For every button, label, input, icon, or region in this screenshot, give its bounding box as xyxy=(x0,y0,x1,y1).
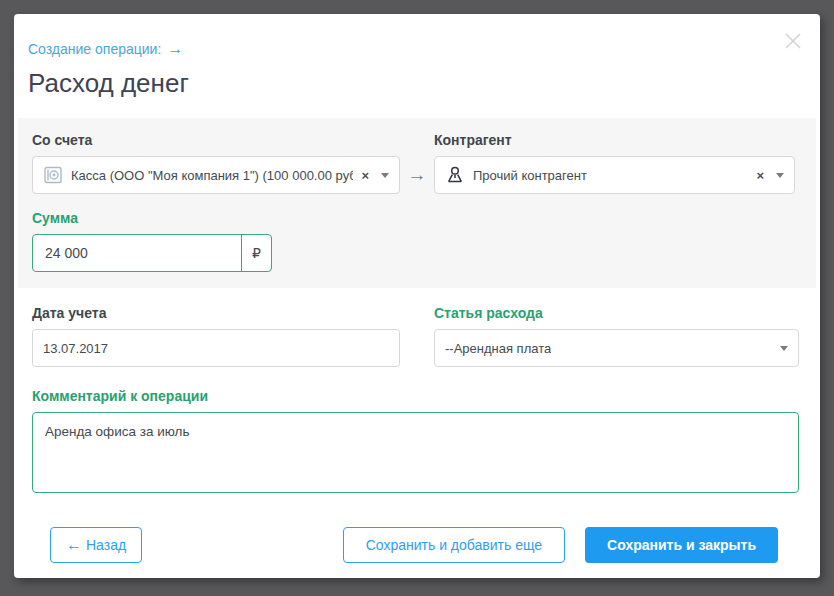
date-label: Дата учета xyxy=(32,305,400,321)
expense-category-select[interactable]: --Арендная плата xyxy=(434,329,799,367)
arrow-left-icon: ← xyxy=(66,536,82,554)
save-and-close-label: Сохранить и закрыть xyxy=(607,537,756,553)
comment-textarea[interactable]: Аренда офиса за июль xyxy=(32,412,799,493)
comment-label: Комментарий к операции xyxy=(32,388,799,404)
from-account-value: Касса (ООО "Моя компания 1") (100 000.00… xyxy=(71,168,353,183)
cashbox-icon xyxy=(43,165,63,185)
create-operation-modal: Создание операции: → Расход денег Со сче… xyxy=(14,14,820,578)
save-and-close-button[interactable]: Сохранить и закрыть xyxy=(585,527,778,563)
amount-input[interactable]: 24 000 xyxy=(33,235,242,271)
date-value: 13.07.2017 xyxy=(43,341,108,356)
ruble-currency-icon: ₽ xyxy=(242,235,271,271)
modal-footer: ← Назад Сохранить и добавить еще Сохрани… xyxy=(32,527,799,563)
chevron-down-icon[interactable] xyxy=(381,173,389,178)
counterparty-value: Прочий контрагент xyxy=(473,168,587,183)
clear-icon[interactable]: × xyxy=(748,168,764,183)
transfer-panel: Со счета Касса (ООО "Моя компания 1") (1… xyxy=(18,118,816,288)
back-button[interactable]: ← Назад xyxy=(50,527,142,563)
from-account-label: Со счета xyxy=(32,132,400,148)
chevron-down-icon[interactable] xyxy=(776,173,784,178)
amount-input-group: 24 000 ₽ xyxy=(32,234,272,272)
back-button-label: Назад xyxy=(86,537,126,553)
arrow-right-icon: → xyxy=(167,40,183,58)
close-icon xyxy=(782,30,804,56)
save-and-add-button[interactable]: Сохранить и добавить еще xyxy=(343,527,565,563)
expense-category-label: Статья расхода xyxy=(434,305,799,321)
transfer-arrow-icon: → xyxy=(408,164,427,186)
expense-category-value: --Арендная плата xyxy=(445,341,551,356)
amount-label: Сумма xyxy=(32,210,795,226)
date-input[interactable]: 13.07.2017 xyxy=(32,329,400,367)
close-button[interactable] xyxy=(780,30,806,56)
breadcrumb-label: Создание операции: xyxy=(28,41,161,57)
person-icon xyxy=(445,165,465,185)
breadcrumb[interactable]: Создание операции: → xyxy=(28,40,183,58)
counterparty-label: Контрагент xyxy=(434,132,795,148)
from-account-select[interactable]: Касса (ООО "Моя компания 1") (100 000.00… xyxy=(32,156,400,194)
clear-icon[interactable]: × xyxy=(353,168,369,183)
page-title: Расход денег xyxy=(28,68,806,99)
modal-header: Создание операции: → Расход денег xyxy=(14,14,820,99)
counterparty-select[interactable]: Прочий контрагент × xyxy=(434,156,795,194)
details-section: Дата учета 13.07.2017 Статья расхода --А… xyxy=(14,288,820,563)
save-and-add-label: Сохранить и добавить еще xyxy=(366,537,542,553)
chevron-down-icon[interactable] xyxy=(780,346,788,351)
